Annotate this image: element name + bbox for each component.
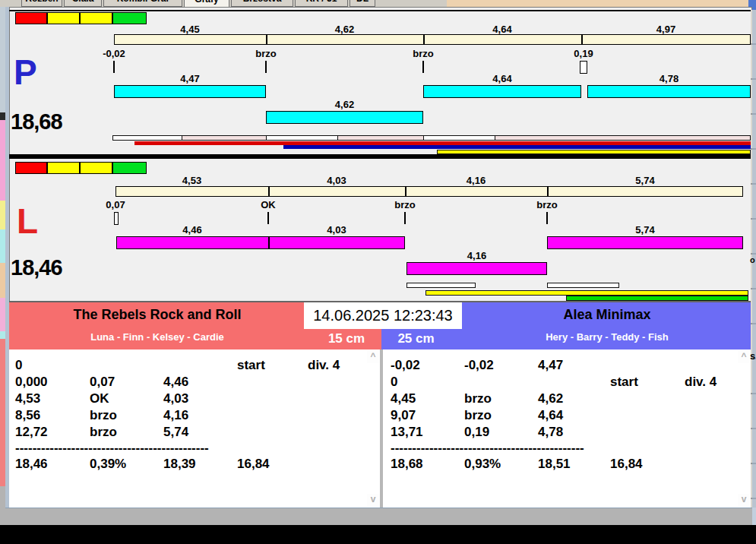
total-cell: 18,46 xyxy=(15,456,90,473)
p-bar-value: 4,47 xyxy=(114,73,266,84)
tab-kr-51[interactable]: KR / 51 xyxy=(295,0,348,7)
scroll-down-icon[interactable]: v xyxy=(738,494,750,506)
app-window: Rozben Ciala Kombi. Graf Grafy Brzostva … xyxy=(0,0,756,544)
cell xyxy=(308,407,381,424)
tab-kombi-graf[interactable]: Kombi. Graf xyxy=(103,0,182,7)
p-progress-seg xyxy=(423,135,495,141)
cell xyxy=(237,391,308,407)
tab-label: Rozben xyxy=(25,0,58,4)
cell xyxy=(610,407,685,424)
l-ruler-divider xyxy=(405,186,406,197)
l-tick xyxy=(404,212,406,224)
p-ruler-divider xyxy=(581,34,583,45)
left-edge-seg xyxy=(0,120,5,201)
results-list-left[interactable]: 0startdiv. 4 0,0000,074,46 4,53OK4,03 8,… xyxy=(9,349,381,508)
p-ruler-bar xyxy=(114,34,751,45)
cell: 4,46 xyxy=(163,374,237,391)
team-left-name: The Rebels Rock and Roll xyxy=(9,307,305,323)
cell: brzo xyxy=(90,407,163,424)
tab-label: Ciala xyxy=(72,0,94,4)
table-totals-row: 18,680,93%18,5116,84 xyxy=(383,456,751,473)
cell xyxy=(90,357,163,374)
table-separator: ----------------------------------------… xyxy=(9,441,381,456)
l-time-bar xyxy=(116,236,405,249)
l-mark-label: brzo xyxy=(517,199,577,210)
tab-label: Grafy xyxy=(195,0,218,5)
cell: 5,74 xyxy=(163,424,237,441)
table-row: 13,710,194,78 xyxy=(383,424,751,441)
tab-dl[interactable]: DL xyxy=(350,0,375,7)
l-ruler-bar xyxy=(115,186,743,197)
table-row: -0,02-0,024,47 xyxy=(383,357,751,374)
p-mark-label: brzo xyxy=(393,48,454,59)
status-swatch-yellow xyxy=(47,12,80,24)
p-panel-letter: P xyxy=(14,55,37,90)
tab-bar: Rozben Ciala Kombi. Graf Grafy Brzostva … xyxy=(0,0,447,7)
cell: 0 xyxy=(15,357,90,374)
left-edge-seg xyxy=(0,486,5,525)
l-ruler-value: 4,03 xyxy=(268,175,405,186)
cell xyxy=(685,391,751,407)
p-mark-label: -0,02 xyxy=(84,48,144,59)
scroll-up-icon[interactable]: ^ xyxy=(738,351,750,363)
tab-rozben[interactable]: Rozben xyxy=(21,0,62,7)
l-ruler-value: 4,53 xyxy=(115,175,268,186)
total-cell: 16,84 xyxy=(237,456,308,473)
clipped-edge-text: s xyxy=(750,350,755,362)
p-ruler-value: 4,45 xyxy=(114,24,266,35)
panel-top-line xyxy=(9,10,752,11)
l-progress-seg xyxy=(547,283,619,288)
cell: 0 xyxy=(391,374,464,391)
left-edge-seg xyxy=(0,331,5,339)
total-cell: 16,84 xyxy=(610,456,685,473)
l-ruler-divider xyxy=(268,186,270,197)
scroll-up-icon[interactable]: ^ xyxy=(367,351,379,363)
p-ruler-value: 4,62 xyxy=(266,24,423,35)
status-swatch-green xyxy=(112,12,147,24)
table-row: 0startdiv. 4 xyxy=(9,357,381,374)
cell: 0,07 xyxy=(90,374,163,391)
cell xyxy=(237,424,308,441)
p-tick xyxy=(265,61,267,73)
l-bar-value: 4,03 xyxy=(268,224,405,236)
taskbar-black xyxy=(0,525,756,544)
left-edge-seg xyxy=(0,201,5,229)
cell: 13,71 xyxy=(391,424,464,441)
tab-ciala[interactable]: Ciala xyxy=(64,0,102,7)
cell: 4,53 xyxy=(15,391,90,407)
p-time-bar xyxy=(114,85,266,98)
team-right-distance: 25 cm xyxy=(376,331,456,346)
l-progress-green xyxy=(566,296,748,301)
scroll-down-icon[interactable]: v xyxy=(367,494,379,506)
table-row: 8,56brzo4,16 xyxy=(9,407,381,424)
l-tick xyxy=(267,212,269,224)
status-swatch-yellow xyxy=(80,162,112,174)
results-list-right[interactable]: -0,02-0,024,47 0startdiv. 4 4,45brzo4,62… xyxy=(383,349,751,508)
tab-grafy[interactable]: Grafy xyxy=(184,0,229,7)
cell: 0,19 xyxy=(464,424,538,441)
clipped-edge-text: o xyxy=(750,255,755,264)
tab-brzostva[interactable]: Brzostva xyxy=(231,0,293,7)
total-cell xyxy=(685,456,751,473)
p-tick xyxy=(422,61,424,73)
cell: 4,62 xyxy=(538,391,610,407)
cell xyxy=(308,374,381,391)
p-ruler-value: 4,97 xyxy=(581,24,751,35)
status-swatch-yellow xyxy=(80,12,112,24)
p-tick-marker xyxy=(580,61,587,74)
cell xyxy=(685,407,751,424)
status-swatch-red xyxy=(15,12,47,24)
tab-label: KR / 51 xyxy=(306,0,337,4)
tab-label: Kombi. Graf xyxy=(117,0,169,4)
p-progress-seg xyxy=(266,135,338,141)
l-time-bar-divider xyxy=(268,236,270,249)
cell xyxy=(237,407,308,424)
cell xyxy=(308,424,381,441)
p-ruler-divider xyxy=(266,34,267,45)
cell: -0,02 xyxy=(391,357,464,374)
cell: 0,000 xyxy=(15,374,90,391)
total-cell: 0,39% xyxy=(90,456,163,473)
p-bar-value: 4,78 xyxy=(587,73,751,84)
left-edge-seg xyxy=(0,0,5,112)
window-right-border xyxy=(752,10,756,525)
